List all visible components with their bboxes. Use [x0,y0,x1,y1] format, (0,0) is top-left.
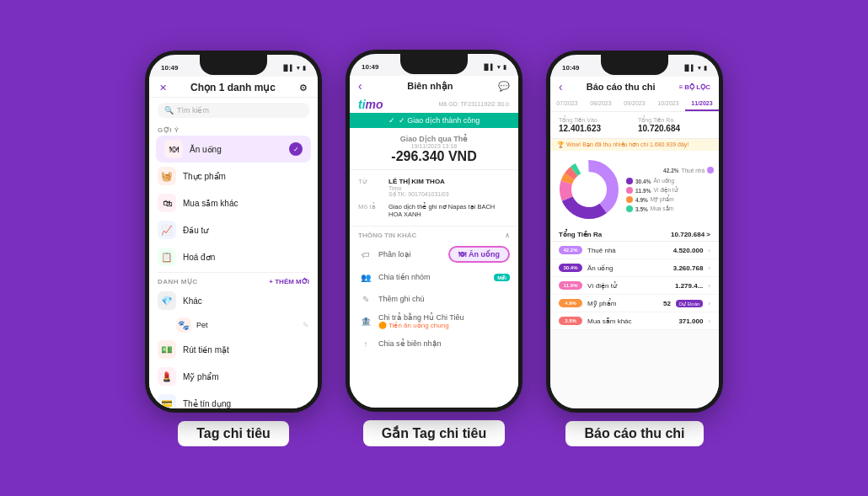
cat-my-pham: Mỹ phẩm [587,300,658,307]
tab-11-2023[interactable]: 11/2023 [685,97,719,111]
pct-my-pham: 4.9% [635,197,648,203]
category-row[interactable]: 🏷 Phân loại 🍽 Ăn uống [358,243,510,266]
pay-row[interactable]: 🏦 Chi trả bằng Hủ Chi Tiêu 🟠 Tiền ăn uốn… [358,310,510,333]
p1-icon-the-tin-dung: 💳 [158,394,176,413]
phone3-header: ‹ Báo cáo thu chi ≡ BỘ LỌC [550,77,719,97]
filter-button[interactable]: ≡ BỘ LỌC [679,83,710,91]
chevron-up-icon[interactable]: ∧ [505,232,510,239]
cat-vi-dien-tu: Ví điện tử [587,282,670,290]
p1-icon-my-pham: 💄 [158,367,176,386]
note-label: Mô tả [358,203,383,218]
tab-10-2023[interactable]: 10/2023 [651,97,685,111]
svg-point-6 [574,174,604,205]
du-doan-badge: Dự Đoán [676,300,703,307]
note-text: Giao dịch thẻ ghi nơ Napas tại BACH HOA … [388,203,510,218]
phone1-status-right: ▐▌▌ ▾ ▮ [281,65,306,72]
list-header-label: Tổng Tiền Ra [559,231,602,238]
p1-item-khac[interactable]: 💎 Khác [149,287,318,314]
extra-title: THÔNG TIN KHÁC ∧ [358,230,510,243]
name-my-pham: Mỹ phẩm [651,196,674,203]
p1-sub-left-pet: 🐾 Pet [176,317,208,333]
p1-item-my-pham[interactable]: 💄 Mỹ phẩm [149,363,318,390]
dot-mua-sam [626,205,633,212]
phone3-wifi-icon: ▾ [698,65,701,72]
name-an-uong: Ăn uống [653,178,674,184]
phone2-label: Gắn Tag chi tiêu [363,420,505,446]
total-vao-label: Tổng Tiền Vào [559,117,631,124]
note2-icon: ✎ [358,291,373,307]
cat-row-mua-sam[interactable]: 3.5% Mua sắm khác 371.000 › [550,312,719,330]
phone1-label: Tag chi tiêu [178,421,289,446]
pay-info: Chi trả bằng Hủ Chi Tiêu 🟠 Tiền ăn uống … [378,313,464,329]
timo-logo: timo [358,98,383,111]
p1-item-rut-tien[interactable]: 💵 Rút tiền mặt [149,336,318,363]
from-value: LÊ THỊ KIM THOA Timo Số TK: 9017041031i0… [388,178,449,198]
legend-thue-nha: 42.2% Thuê nhà [663,167,714,173]
share-icon: ↑ [358,336,373,351]
moi-badge: Mới [494,274,510,281]
cat-row-my-pham[interactable]: 4.9% Mỹ phẩm 52 Dự Đoán › [550,295,719,312]
p1-text-the-tin-dung: Thẻ tín dụng [183,399,309,408]
phone1-search[interactable]: 🔍 Tìm kiếm [158,103,309,118]
name-vi-dien-tu: Ví điện tử [653,187,677,194]
chat-icon[interactable]: 💬 [498,81,510,92]
note2-row[interactable]: ✎ Thêm ghi chú [358,288,510,310]
list-header: Tổng Tiền Ra 10.720.684 > [550,228,719,242]
share-label: Chia sẻ biên nhận [378,339,510,348]
dot-vi-dien-tu [626,187,633,194]
wow-banner: 🏆 Wow! Bạn đã thu nhiều hơn chi 1.680.93… [550,139,719,151]
split-row[interactable]: 👥 Chia tiền nhóm Mới [358,266,510,288]
from-account: Số TK: 9017041031i03 [388,191,449,198]
totals-section: Tổng Tiền Vào 12.401.623 Tổng Tiền Ra 10… [550,112,719,139]
an-uong-tag[interactable]: 🍽 Ăn uống [448,246,510,263]
phone1-title: Chọn 1 danh mục [190,82,276,93]
edit-icon[interactable]: ✎ [303,321,309,329]
phone2-container: 10:49 ▐▌▌ ▾ ▮ ‹ Biên nhận 💬 timo Mã GD: … [346,50,522,446]
p1-item-dau-tu[interactable]: 📈 Đầu tư [149,216,318,243]
close-icon[interactable]: ✕ [159,83,167,93]
cat-row-an-uong[interactable]: 30.4% Ăn uống 3.260.768 › [550,259,719,277]
them-moi-button[interactable]: + THÊM MỚI [269,278,309,285]
cat-row-vi-dien-tu[interactable]: 11.9% Ví điện tử 1.279.4... › [550,277,719,295]
transaction-id: Mã GD: TF2311192l2 3l1⊙ [439,101,510,108]
wow-text: 🏆 Wow! Bạn đã thu nhiều hơn chi 1.680.93… [557,141,689,148]
share-row[interactable]: ↑ Chia sẻ biên nhận [358,333,510,355]
tab-08-2023[interactable]: 08/2023 [584,97,618,111]
p1-text-khac: Khác [183,296,309,306]
chart-area: 42.2% Thuê nhà 30.4% Ăn uống [550,151,719,228]
tab-07-2023[interactable]: 07/2023 [550,97,584,111]
badge-thue-nha: 42.2% [559,246,582,254]
total-ra-value: 10.720.684 [638,124,710,133]
p1-sub-item-pet[interactable]: 🐾 Pet ✎ [149,314,318,336]
p1-item-mua-sam[interactable]: 🛍 Mua sắm khác [149,189,318,216]
p1-icon-rut-tien: 💵 [158,340,176,359]
legend-vi-dien-tu: 11.9% Ví điện tử [626,187,714,194]
gear-icon[interactable]: ⚙ [299,83,308,93]
phone2: 10:49 ▐▌▌ ▾ ▮ ‹ Biên nhận 💬 timo Mã GD: … [346,50,522,412]
p1-icon-dau-tu: 📈 [158,221,176,239]
p1-text-pet: Pet [196,321,208,329]
category-icon: 🏷 [358,247,373,262]
success-text: ✓ Giao dịch thành công [399,116,480,125]
p1-check-an-uong: ✓ [289,142,303,156]
arrow-my-pham: › [708,300,710,307]
tab-09-2023[interactable]: 09/2023 [618,97,651,111]
amount-value: -296.340 VND [358,149,510,164]
cat-row-thue-nha[interactable]: 42.2% Thuê nhà 4.520.000 › [550,242,719,259]
goi-y-label: GỢI Ý [149,123,318,136]
phone2-wifi-icon: ▾ [497,64,501,71]
extra-title-text: THÔNG TIN KHÁC [358,232,416,239]
cat-thue-nha: Thuê nhà [587,247,668,254]
p1-item-the-tin-dung[interactable]: 💳 Thẻ tín dụng [149,390,318,413]
danh-muc-label: DANH MỤC [158,278,198,285]
dot-an-uong [626,178,633,184]
split-label: Chia tiền nhóm [378,273,489,281]
amount-vi-dien-tu: 1.279.4... [675,282,703,290]
p1-item-an-uong[interactable]: 🍽 Ăn uống ✓ [156,136,311,163]
legend-right-labels: 42.2% Thuê nhà [663,167,714,175]
p1-item-hoa-don[interactable]: 📋 Hoá đơn [149,243,318,270]
success-banner: ✓ ✓ Giao dịch thành công [350,113,518,128]
pct-thue-nha: 42.2% [663,168,678,173]
p1-item-thuc-pham[interactable]: 🧺 Thực phẩm [149,163,318,189]
legend-right-align: 42.2% Thuê nhà [626,167,714,175]
